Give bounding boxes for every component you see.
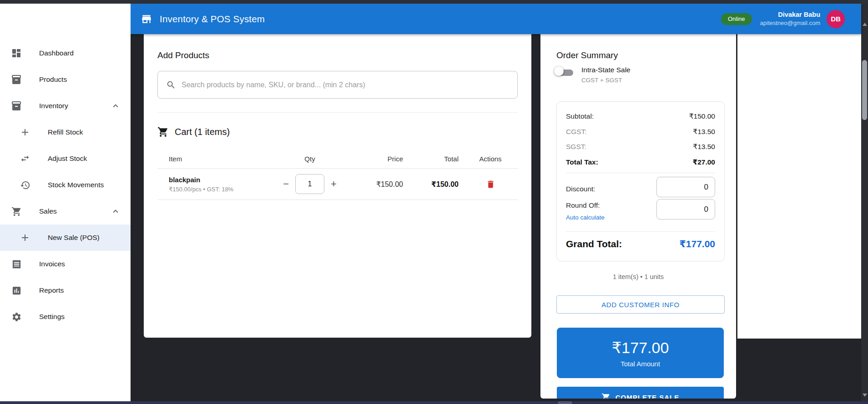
- discount-label: Discount:: [566, 185, 595, 193]
- item-name: blackpain: [169, 176, 280, 184]
- col-header-price: Price: [339, 155, 408, 163]
- sidebar-item-label: Dashboard: [39, 49, 74, 57]
- search-input[interactable]: [182, 71, 510, 98]
- sidebar-item-label: Adjust Stock: [48, 155, 87, 163]
- sgst-label: SGST:: [566, 143, 586, 151]
- item-total: ₹150.00: [408, 180, 463, 189]
- delete-item-button[interactable]: [486, 180, 495, 189]
- qty-input[interactable]: [295, 174, 324, 194]
- sidebar-item-reports[interactable]: Reports: [0, 277, 131, 304]
- sidebar: Dashboard Products Inventory Refill Stoc…: [0, 4, 131, 401]
- user-name: Divakar Babu: [760, 10, 820, 19]
- app-header: Inventory & POS System Online Divakar Ba…: [131, 4, 861, 34]
- cgst-value: ₹13.50: [693, 128, 715, 136]
- user-info: Divakar Babu apitestneo@gmail.com: [760, 10, 820, 27]
- cart-icon: [157, 126, 169, 138]
- search-icon: [166, 80, 176, 90]
- divider: [157, 112, 518, 113]
- sidebar-item-sales[interactable]: Sales: [0, 198, 131, 224]
- total-tax-value: ₹27.00: [692, 158, 715, 166]
- avatar[interactable]: DB: [827, 10, 845, 28]
- divider: [566, 173, 715, 173]
- toggle-sublabel: CGST + SGST: [581, 77, 631, 84]
- product-search-box: [157, 71, 518, 99]
- intra-state-toggle[interactable]: [554, 66, 576, 79]
- discount-input[interactable]: [656, 177, 715, 197]
- sidebar-item-label: Invoices: [39, 260, 65, 268]
- bar-chart-icon: [11, 285, 22, 296]
- window-top-strip: [0, 0, 868, 4]
- sgst-value: ₹13.50: [693, 143, 715, 151]
- pos-main-panel: Add Products Cart (1 items) Item Qty Pri…: [144, 34, 531, 338]
- cart-table: Item Qty Price Total Actions blackpain ₹…: [157, 150, 518, 200]
- sidebar-item-adjust-stock[interactable]: Adjust Stock: [0, 145, 131, 172]
- total-amount-caption: Total Amount: [621, 360, 660, 368]
- scroll-down-arrow-icon[interactable]: [863, 394, 867, 397]
- order-summary-panel: Order Summary Intra-State Sale CGST + SG…: [540, 34, 736, 399]
- sidebar-item-products[interactable]: Products: [0, 66, 131, 93]
- sidebar-item-stock-movements[interactable]: Stock Movements: [0, 172, 131, 198]
- sidebar-item-label: Products: [39, 75, 67, 84]
- plus-icon: [20, 232, 30, 243]
- total-amount-value: ₹177.00: [612, 339, 669, 357]
- sidebar-item-label: Reports: [39, 286, 64, 294]
- page-scrollbar[interactable]: [861, 4, 868, 401]
- sidebar-item-label: New Sale (POS): [48, 234, 100, 242]
- sidebar-item-refill-stock[interactable]: Refill Stock: [0, 119, 131, 145]
- scrollbar-thumb[interactable]: [862, 60, 867, 120]
- cgst-label: CGST:: [566, 128, 587, 136]
- history-icon: [20, 180, 30, 190]
- col-header-actions: Actions: [463, 155, 518, 163]
- user-email: apitestneo@gmail.com: [760, 20, 820, 27]
- qty-decrease-button[interactable]: −: [280, 179, 292, 189]
- add-products-title: Add Products: [157, 50, 209, 60]
- chevron-up-icon: [111, 206, 121, 216]
- window-bottom-strip: [0, 401, 868, 404]
- grand-total-label: Grand Total:: [566, 239, 622, 249]
- item-price: ₹150.00: [339, 180, 408, 189]
- sidebar-item-settings[interactable]: Settings: [0, 304, 131, 330]
- complete-sale-button[interactable]: COMPLETE SALE: [557, 387, 724, 399]
- inventory-box-icon: [11, 74, 22, 85]
- divider: [566, 231, 715, 232]
- app-title: Inventory & POS System: [160, 14, 265, 25]
- content-blank-area: [737, 34, 861, 339]
- cart-icon: [11, 206, 22, 217]
- items-count-note: 1 item(s) • 1 units: [540, 273, 736, 280]
- swap-arrows-icon: [20, 153, 30, 164]
- cart-section-header: Cart (1 items): [157, 126, 230, 138]
- sidebar-item-label: Settings: [39, 313, 65, 321]
- item-meta: ₹150.00/pcs • GST: 18%: [169, 186, 280, 193]
- cart-table-header: Item Qty Price Total Actions: [157, 150, 518, 169]
- total-tax-label: Total Tax:: [566, 158, 598, 166]
- intra-state-toggle-row: Intra-State Sale CGST + SGST: [554, 66, 631, 84]
- plus-icon: [20, 127, 30, 138]
- col-header-item: Item: [157, 155, 280, 163]
- add-customer-info-button[interactable]: ADD CUSTOMER INFO: [556, 295, 725, 314]
- totals-box: Subtotal: ₹150.00 CGST: ₹13.50 SGST: ₹13…: [556, 101, 725, 261]
- subtotal-value: ₹150.00: [689, 112, 715, 120]
- sidebar-item-inventory[interactable]: Inventory: [0, 93, 131, 119]
- round-off-label: Round Off:: [566, 201, 600, 209]
- sidebar-item-label: Sales: [39, 207, 57, 215]
- sidebar-item-dashboard[interactable]: Dashboard: [0, 40, 131, 66]
- cart-icon: [601, 393, 611, 399]
- cart-title: Cart (1 items): [175, 127, 230, 137]
- qty-increase-button[interactable]: +: [328, 179, 339, 189]
- complete-sale-label: COMPLETE SALE: [616, 394, 680, 399]
- order-summary-title: Order Summary: [556, 50, 618, 60]
- sidebar-item-invoices[interactable]: Invoices: [0, 251, 131, 277]
- scroll-up-arrow-icon[interactable]: [863, 23, 867, 26]
- round-off-input[interactable]: [656, 199, 715, 219]
- sidebar-item-label: Stock Movements: [48, 181, 104, 189]
- auto-calculate-link[interactable]: Auto calculate: [566, 214, 605, 221]
- sidebar-item-label: Inventory: [39, 102, 68, 110]
- gear-icon: [11, 311, 22, 322]
- status-badge: Online: [721, 13, 752, 25]
- dashboard-icon: [11, 48, 22, 59]
- col-header-qty: Qty: [280, 155, 339, 163]
- taskbar-indicator: [558, 402, 572, 404]
- col-header-total: Total: [408, 155, 463, 163]
- inventory-box-icon: [11, 100, 22, 111]
- sidebar-item-new-sale-pos[interactable]: New Sale (POS): [0, 224, 131, 251]
